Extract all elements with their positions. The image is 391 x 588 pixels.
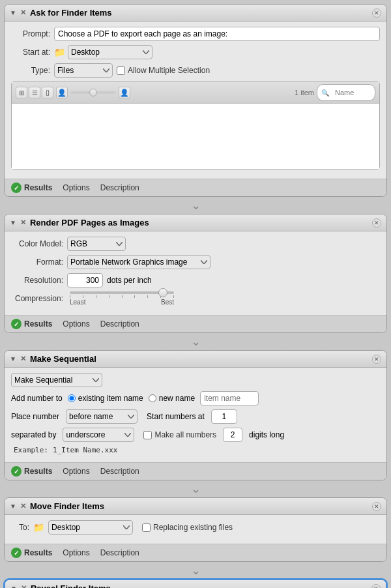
start-at-select[interactable]: Desktop: [68, 45, 152, 59]
green-check-2: ✓: [11, 319, 22, 329]
start-numbers-label: Start numbers at: [147, 412, 205, 421]
separated-by-row: separated by underscore Make all numbers…: [11, 428, 380, 442]
connector-1: ⌄: [4, 197, 387, 214]
view-icons: ⊞ ☰ {}: [16, 87, 53, 98]
collapse-triangle-3[interactable]: ▼: [10, 355, 16, 362]
green-check-3: ✓: [11, 466, 22, 477]
resolution-input[interactable]: [67, 273, 103, 287]
new-name-label: new name: [159, 394, 195, 403]
allow-multiple-checkbox-label[interactable]: Allow Multiple Selection: [117, 66, 210, 75]
allow-multiple-label: Allow Multiple Selection: [128, 66, 210, 75]
tab-description-4[interactable]: Description: [100, 548, 139, 558]
tab-results-4[interactable]: ✓ Results: [11, 547, 52, 559]
color-model-select[interactable]: RGB: [67, 237, 126, 251]
remove-icon-4[interactable]: ✕: [20, 502, 26, 510]
block-header-3: ▼ ✕ Make Sequential ✕: [5, 351, 386, 368]
folder-icon-1: 📁: [54, 47, 65, 57]
prompt-label: Prompt:: [11, 29, 50, 38]
format-row: Format: Portable Network Graphics image: [11, 255, 380, 269]
close-button-3[interactable]: ✕: [372, 355, 381, 364]
make-all-numbers-checkbox[interactable]: [143, 431, 152, 439]
existing-item-radio-label[interactable]: existing item name: [68, 394, 143, 403]
person-icon-2[interactable]: 👤: [119, 87, 130, 98]
color-model-row: Color Model: RGB: [11, 237, 380, 251]
compression-least-label: Least: [70, 299, 85, 306]
remove-icon-1[interactable]: ✕: [20, 8, 26, 17]
size-slider[interactable]: [70, 91, 116, 94]
tab-results-label-4: Results: [24, 548, 52, 557]
tab-description-3[interactable]: Description: [100, 466, 139, 477]
block-body-2: Color Model: RGB Format: Portable Networ…: [5, 231, 386, 315]
collapse-triangle-4[interactable]: ▼: [10, 503, 16, 510]
collapse-triangle-5[interactable]: ▼: [10, 585, 17, 588]
prompt-input[interactable]: [54, 27, 380, 41]
digits-input[interactable]: [223, 428, 242, 442]
block-ask-finder-items: ▼ ✕ Ask for Finder Items ✕ Prompt: Start…: [4, 4, 387, 197]
start-numbers-input[interactable]: [211, 409, 237, 424]
type-select[interactable]: Files: [54, 63, 113, 78]
item-count-1: 1 item: [295, 89, 314, 96]
block-title-5: Reveal Finder Items: [31, 583, 368, 588]
close-button-4[interactable]: ✕: [372, 502, 381, 511]
block-header-4: ▼ ✕ Move Finder Items ✕: [5, 498, 386, 515]
tab-results-label-3: Results: [24, 467, 52, 476]
close-button-1[interactable]: ✕: [372, 8, 381, 18]
start-at-label: Start at:: [11, 48, 50, 57]
tab-results-3[interactable]: ✓ Results: [11, 465, 52, 477]
close-button-2[interactable]: ✕: [372, 218, 381, 228]
connector-2: ⌄: [4, 333, 387, 350]
green-check-1: ✓: [11, 183, 22, 193]
tab-options-3[interactable]: Options: [63, 466, 89, 477]
place-number-select[interactable]: before name: [66, 409, 138, 424]
to-select[interactable]: Desktop: [48, 520, 133, 535]
tab-results-1[interactable]: ✓ Results: [11, 182, 52, 194]
tab-results-2[interactable]: ✓ Results: [11, 318, 52, 330]
existing-item-label: existing item name: [78, 394, 143, 403]
existing-item-radio[interactable]: [68, 394, 76, 402]
remove-icon-3[interactable]: ✕: [20, 355, 26, 363]
replacing-label[interactable]: Replacing existing files: [142, 523, 233, 532]
allow-multiple-checkbox[interactable]: [117, 66, 125, 75]
format-label: Format:: [11, 257, 63, 267]
compression-slider-thumb[interactable]: [158, 288, 167, 297]
remove-icon-2[interactable]: ✕: [20, 218, 26, 227]
compression-best-label: Best: [161, 299, 174, 306]
block-header-5: ▼ ✕ Reveal Finder Items ✕: [5, 580, 386, 588]
connector-4: ⌄: [4, 562, 387, 579]
search-input-1[interactable]: [332, 85, 371, 100]
new-name-radio-label[interactable]: new name: [149, 394, 195, 403]
tab-results-label-1: Results: [24, 183, 52, 192]
seq-dropdown[interactable]: Make Sequential: [11, 373, 102, 387]
code-view-icon[interactable]: {}: [42, 87, 53, 98]
tabs-4: ✓ Results Options Description: [5, 544, 386, 561]
search-box-1[interactable]: 🔍: [317, 84, 375, 101]
tab-options-4[interactable]: Options: [63, 548, 89, 558]
grid-view-icon[interactable]: ⊞: [16, 87, 27, 98]
folder-icon-4: 📁: [33, 522, 44, 533]
tab-options-1[interactable]: Options: [63, 183, 89, 193]
compression-slider-container: Least Best: [67, 291, 177, 306]
collapse-triangle-1[interactable]: ▼: [10, 9, 16, 16]
new-name-radio[interactable]: [149, 394, 156, 402]
connector-3: ⌄: [4, 480, 387, 497]
list-view-icon[interactable]: ☰: [29, 87, 40, 98]
remove-icon-5[interactable]: ✕: [21, 584, 27, 588]
item-name-input[interactable]: [200, 391, 259, 405]
green-check-4: ✓: [11, 548, 22, 558]
separated-by-select[interactable]: underscore: [63, 428, 134, 442]
place-number-row: Place number before name Start numbers a…: [11, 409, 380, 424]
make-all-numbers-label[interactable]: Make all numbers: [143, 430, 216, 439]
tab-description-2[interactable]: Description: [100, 319, 139, 329]
connector-arrow-4: ⌄: [191, 563, 201, 578]
collapse-triangle-2[interactable]: ▼: [10, 219, 16, 226]
example-row: Example: 1_Item Name.xxx: [11, 446, 380, 454]
replacing-checkbox[interactable]: [142, 523, 151, 532]
tab-description-1[interactable]: Description: [100, 183, 139, 193]
compression-slider-track[interactable]: [70, 291, 174, 294]
tab-options-2[interactable]: Options: [63, 319, 89, 329]
format-select[interactable]: Portable Network Graphics image: [67, 255, 210, 269]
close-button-5[interactable]: ✕: [371, 584, 381, 589]
person-icon-1[interactable]: 👤: [56, 87, 68, 98]
tabs-1: ✓ Results Options Description: [5, 179, 386, 196]
compression-label: Compression:: [11, 294, 63, 303]
